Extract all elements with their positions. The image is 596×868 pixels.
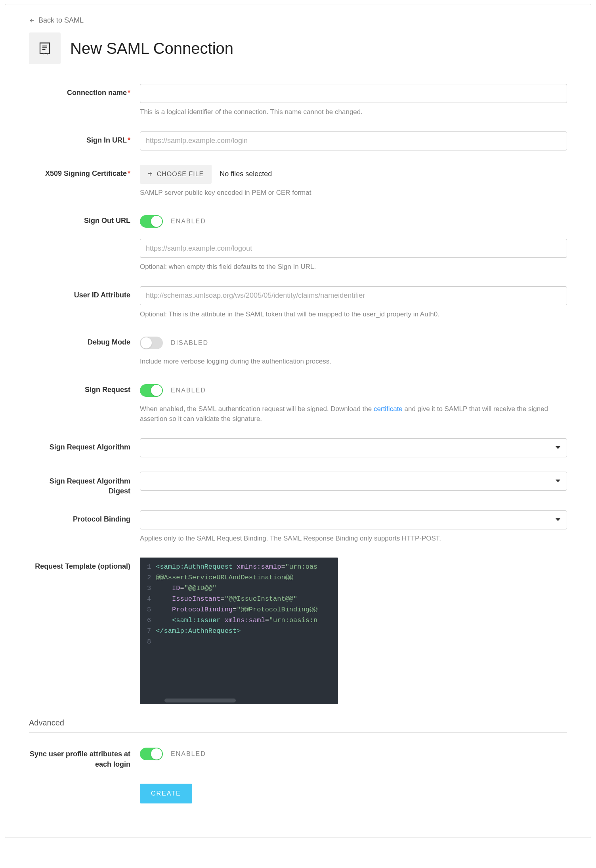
sync-attributes-label: Sync user profile attributes at each log… <box>29 744 140 769</box>
sign-in-url-input[interactable] <box>140 131 567 150</box>
sign-out-url-toggle[interactable] <box>140 215 163 228</box>
sign-req-algo-select[interactable] <box>140 438 567 457</box>
user-id-attr-label: User ID Attribute <box>29 286 140 320</box>
page-title: New SAML Connection <box>70 40 233 57</box>
chevron-down-icon <box>556 518 560 521</box>
svg-rect-0 <box>40 43 50 54</box>
sign-out-url-input[interactable] <box>140 239 567 258</box>
arrow-left-icon <box>29 17 35 24</box>
protocol-binding-label: Protocol Binding <box>29 510 140 544</box>
debug-mode-toggle-label: DISABLED <box>171 339 208 346</box>
request-template-editor[interactable]: 12345678 <samlp:AuthnRequest xmlns:samlp… <box>140 558 338 704</box>
sign-out-url-label: Sign Out URL <box>29 212 140 231</box>
sign-out-url-toggle-label: ENABLED <box>171 218 206 225</box>
sign-request-toggle-label: ENABLED <box>171 387 206 394</box>
connection-name-label: Connection name* <box>29 84 140 117</box>
debug-mode-toggle[interactable] <box>140 337 163 349</box>
connection-name-help: This is a logical identifier of the conn… <box>140 107 567 117</box>
back-link-label: Back to SAML <box>38 16 84 25</box>
advanced-section-header: Advanced <box>29 718 567 733</box>
connection-name-input[interactable] <box>140 84 567 103</box>
sync-attributes-toggle-label: ENABLED <box>171 750 206 758</box>
debug-mode-label: Debug Mode <box>29 333 140 367</box>
sign-req-algo-label: Sign Request Algorithm <box>29 438 140 457</box>
back-to-saml-link[interactable]: Back to SAML <box>29 16 84 25</box>
choose-file-button[interactable]: + CHOOSE FILE <box>140 165 212 184</box>
debug-mode-help: Include more verbose logging during the … <box>140 356 567 367</box>
sign-request-label: Sign Request <box>29 381 140 424</box>
chevron-down-icon <box>556 480 560 482</box>
chevron-down-icon <box>556 446 560 449</box>
certificate-link[interactable]: certificate <box>374 405 403 413</box>
protocol-binding-help: Applies only to the SAML Request Binding… <box>140 533 567 544</box>
create-button[interactable]: CREATE <box>140 784 192 803</box>
sign-req-algo-digest-select[interactable] <box>140 472 567 491</box>
file-status: No files selected <box>220 170 272 178</box>
sign-out-url-help: Optional: when empty this field defaults… <box>140 262 567 272</box>
x509-cert-label: X509 Signing Certificate* <box>29 165 140 198</box>
connection-type-icon <box>29 32 61 64</box>
horizontal-scrollbar[interactable] <box>164 699 236 702</box>
plus-icon: + <box>148 169 153 179</box>
protocol-binding-select[interactable] <box>140 510 567 529</box>
sign-req-algo-digest-label: Sign Request Algorithm Digest <box>29 472 140 496</box>
code-gutter: 12345678 <box>140 558 156 704</box>
sign-in-url-label: Sign In URL* <box>29 131 140 150</box>
sign-request-toggle[interactable] <box>140 384 163 397</box>
sync-attributes-toggle[interactable] <box>140 748 163 760</box>
code-body: <samlp:AuthnRequest xmlns:samlp="urn:oas… <box>156 558 338 704</box>
user-id-attr-help: Optional: This is the attribute in the S… <box>140 309 567 320</box>
sign-request-help: When enabled, the SAML authentication re… <box>140 404 567 424</box>
request-template-label: Request Template (optional) <box>29 558 140 704</box>
user-id-attr-input[interactable] <box>140 286 567 305</box>
x509-cert-help: SAMLP server public key encoded in PEM o… <box>140 188 567 198</box>
